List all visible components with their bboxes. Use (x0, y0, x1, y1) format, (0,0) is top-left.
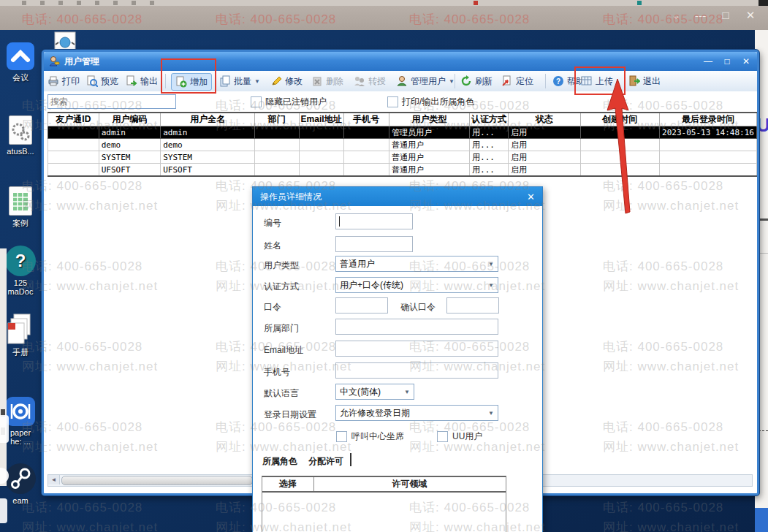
auth-mode-label: 认证方式 (264, 281, 299, 293)
table-row-admin[interactable]: adminadmin 管理员用户 用... 启用 2023-05-13 14:4… (48, 126, 757, 139)
background-app-strip (0, 0, 768, 6)
user-management-app-icon (48, 56, 60, 67)
printer-icon (47, 75, 59, 87)
locate-icon (501, 75, 513, 87)
license-col-domain[interactable]: 许可领域 (313, 477, 506, 491)
watermark-phone: 电话: 400-665-0028 (216, 11, 336, 28)
table-header-row: 友户通ID 用户编码 用户全名 部门 Email地址 手机号 用户类型 认证方式… (48, 113, 757, 126)
background-window-sliver (0, 248, 7, 486)
password-label: 口令 (264, 301, 281, 314)
email-label: Email地址 (264, 344, 303, 357)
pdf-stack-icon (7, 313, 34, 345)
search-input[interactable] (47, 94, 176, 109)
delete-icon (311, 75, 323, 87)
watermark-phone: 电话: 400-665-0028 (603, 11, 723, 28)
window-titlebar[interactable]: 用户管理 — □ ✕ (44, 52, 757, 71)
operator-detail-dialog: 操作员详细情况 ✕ 编号 姓名 用户类型 普通用户 ▼ 认证方式 用户+口令(传… (252, 186, 543, 532)
locate-button[interactable]: 定位 (501, 73, 533, 89)
toolbar: 打印 预览 输出 增加 批量 ▼ 修改 (44, 71, 757, 92)
print-button[interactable]: 打印 (47, 73, 80, 89)
question-circle-icon: ? (5, 246, 36, 276)
dialog-close-button[interactable]: ✕ (527, 191, 535, 202)
desktop-icon-meeting[interactable]: 会议 (0, 42, 41, 83)
mobile-input[interactable] (335, 362, 498, 379)
tab-roles[interactable]: 所属角色 (262, 455, 297, 468)
mobile-label: 手机号 (264, 366, 290, 379)
dialog-title: 操作员详细情况 (260, 191, 322, 203)
person-icon (396, 75, 408, 87)
desktop-icon-statusb[interactable]: atusB... (0, 115, 41, 156)
checkbox-icon[interactable] (437, 431, 448, 442)
output-icon (126, 75, 137, 87)
window-minimize-button[interactable]: — (702, 56, 715, 66)
license-table: 选择 许可领域 (262, 476, 506, 532)
desktop-icon-html-file[interactable] (53, 31, 77, 50)
confirm-password-input[interactable] (446, 297, 499, 314)
auth-mode-select[interactable]: 用户+口令(传统) ▼ (335, 277, 498, 293)
call-center-checkbox[interactable]: 呼叫中心坐席 (336, 430, 404, 443)
uu-user-checkbox[interactable]: UU用户 (437, 430, 482, 443)
screen: ⌄ — □ ✕ 电话: 400-665-0028电话: 400-665-0028… (0, 0, 768, 532)
window-title: 用户管理 (64, 56, 99, 68)
batch-dropdown-arrow[interactable]: ▼ (254, 78, 260, 85)
manage-users-button[interactable]: 管理用户 ▼ (396, 73, 455, 89)
department-input[interactable] (335, 319, 498, 335)
modify-button[interactable]: 修改 (270, 73, 303, 89)
user-type-label: 用户类型 (264, 259, 299, 272)
print-roles-checkbox[interactable]: 打印/输出所属角色 (387, 96, 474, 108)
checkbox-icon[interactable] (387, 96, 398, 107)
exit-button[interactable]: 退出 (628, 73, 661, 89)
window-close-button[interactable]: ✕ (740, 56, 753, 66)
dialog-titlebar[interactable]: 操作员详细情况 ✕ (253, 187, 542, 206)
pencil-icon (270, 75, 282, 87)
bg-close-button[interactable]: ✕ (741, 9, 760, 22)
output-button[interactable]: 输出 (126, 73, 158, 89)
table-row-system[interactable]: SYSTEMSYSTEM 普通用户 用... 启用 (48, 151, 757, 164)
tab-assign-license[interactable]: 分配许可 (308, 455, 343, 468)
spreadsheet-file-icon (9, 186, 32, 216)
people-icon (354, 75, 365, 87)
login-date-label: 登录日期设置 (264, 408, 316, 421)
chevron-down-icon: ▼ (488, 282, 494, 289)
email-input[interactable] (335, 341, 498, 357)
steam-icon (5, 463, 36, 494)
upload-button[interactable]: 上传 (581, 73, 613, 89)
language-label: 默认语言 (264, 387, 299, 400)
name-input[interactable] (335, 236, 413, 252)
code-input[interactable] (335, 213, 413, 229)
department-label: 所属部门 (264, 322, 299, 335)
license-col-select[interactable]: 选择 (262, 477, 314, 491)
manage-users-dropdown-arrow[interactable]: ▼ (449, 78, 455, 85)
chevron-down-icon: ▼ (488, 410, 494, 417)
clipped-desktop-glyph (0, 498, 7, 523)
svg-text:?: ? (556, 77, 560, 86)
hide-deactivated-checkbox[interactable]: 隐藏已注销用户 (251, 96, 327, 108)
batch-button[interactable]: 批量 ▼ (219, 73, 260, 89)
checkbox-icon[interactable] (336, 431, 347, 442)
user-table: 友户通ID 用户编码 用户全名 部门 Email地址 手机号 用户类型 认证方式… (47, 112, 757, 177)
name-label: 姓名 (264, 240, 281, 252)
help-icon: ? (552, 75, 564, 87)
scroll-left-arrow[interactable]: ◄ (48, 475, 60, 484)
login-date-select[interactable]: 允许修改登录日期 ▼ (335, 405, 498, 421)
preview-button[interactable]: 预览 (86, 73, 118, 89)
refresh-icon (460, 75, 472, 87)
preview-icon (86, 75, 98, 87)
refresh-button[interactable]: 刷新 (460, 73, 493, 89)
desktop-icon-case[interactable]: 案例 (0, 186, 41, 229)
add-icon (175, 76, 187, 88)
checkbox-icon[interactable] (251, 96, 262, 107)
help-button[interactable]: ? 帮助 (552, 73, 585, 89)
password-input[interactable] (335, 297, 388, 314)
window-maximize-button[interactable]: □ (721, 56, 734, 66)
table-row-ufsoft[interactable]: UFSOFTUFSOFT 普通用户 用... 启用 (48, 164, 757, 177)
clipped-desktop-glyph (0, 415, 9, 443)
language-select[interactable]: 中文(简体) ▼ (335, 384, 414, 400)
add-button[interactable]: 增加 (171, 73, 212, 91)
user-type-select[interactable]: 普通用户 ▼ (335, 256, 498, 272)
delete-button: 删除 (311, 73, 343, 89)
gear-app-icon (6, 397, 35, 426)
table-row-demo[interactable]: demodemo 普通用户 用... 启用 (48, 139, 757, 151)
background-window-titlebar: ⌄ — □ ✕ 电话: 400-665-0028电话: 400-665-0028… (0, 6, 768, 30)
scrollbar-thumb[interactable] (61, 476, 253, 485)
